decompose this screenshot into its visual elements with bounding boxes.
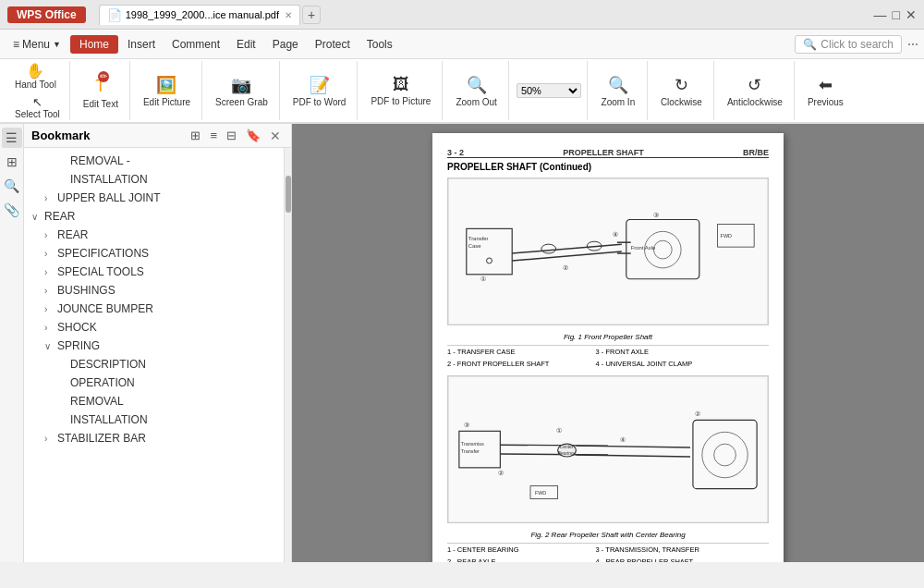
svg-text:④: ④: [620, 436, 626, 443]
fig2-label-3: 3 - TRANSMISSION, TRANSFER: [596, 545, 741, 554]
bookmark-item-label: SHOCK: [57, 321, 276, 334]
maximize-icon[interactable]: □: [893, 7, 900, 22]
menu-toggle[interactable]: ≡ Menu ▼: [6, 35, 68, 54]
edit-picture-button[interactable]: 🖼️ Edit Picture: [138, 72, 196, 110]
anticlockwise-button[interactable]: ↺ Anticlockwise: [722, 72, 788, 110]
bookmark-close-button[interactable]: ✕: [267, 129, 284, 143]
bookmark-chevron-icon: ›: [44, 323, 57, 333]
bookmark-item[interactable]: ›SPECIAL TOOLS: [24, 263, 284, 281]
home-menu-item[interactable]: Home: [70, 35, 118, 54]
panel-icon-thumbnail[interactable]: ⊞: [2, 152, 22, 172]
zoom-in-button[interactable]: 🔍 Zoom In: [595, 72, 641, 110]
tab-label: 1998_1999_2000...ice manual.pdf: [126, 9, 279, 20]
screen-grab-icon: 📷: [231, 75, 251, 95]
anticlockwise-icon: ↺: [748, 75, 761, 95]
svg-text:①: ①: [556, 427, 562, 434]
page-menu-item[interactable]: Page: [265, 35, 306, 54]
bookmark-item[interactable]: ›STABILIZER BAR: [24, 429, 284, 447]
svg-text:Front Axle: Front Axle: [631, 245, 656, 251]
panel-icon-search[interactable]: 🔍: [2, 176, 22, 196]
bookmark-item[interactable]: INSTALLATION: [24, 170, 284, 189]
minimize-icon[interactable]: —: [874, 7, 887, 22]
tool-group-screen-grab: 📷 Screen Grab: [204, 61, 280, 120]
bookmark-item[interactable]: OPERATION: [24, 374, 284, 392]
tool-group-zoom-select: 50% 75% 100% 150%: [511, 61, 588, 120]
previous-icon: ⬅: [819, 75, 833, 95]
fig2-labels: 1 - CENTER BEARING 3 - TRANSMISSION, TRA…: [447, 543, 769, 562]
cursor-icon: ↖: [32, 95, 43, 109]
pdf-tab[interactable]: 📄 1998_1999_2000...ice manual.pdf ✕: [99, 5, 300, 25]
edit-text-icon: T ✏: [95, 73, 105, 97]
pdf-viewer[interactable]: 3 - 2 PROPELLER SHAFT BR/BE PROPELLER SH…: [292, 124, 924, 562]
fig1-caption: Fig. 1 Front Propeller Shaft: [447, 333, 769, 341]
select-tool-button[interactable]: ↖ Select Tool: [11, 93, 64, 121]
bookmark-item[interactable]: ›SHOCK: [24, 318, 284, 337]
bookmark-view-icon-1[interactable]: ⊞: [188, 128, 203, 143]
bookmark-item[interactable]: ∨SPRING: [24, 337, 284, 355]
fig1-label-1: 1 - TRANSFER CASE: [447, 348, 592, 356]
panel-icon-bookmark[interactable]: ☰: [2, 128, 22, 148]
pdf-word-icon: 📝: [310, 75, 330, 95]
edit-text-button[interactable]: T ✏ Edit Text: [78, 70, 124, 112]
svg-text:②: ②: [498, 470, 504, 476]
bookmark-view-icon-3[interactable]: ⊟: [224, 128, 239, 143]
bookmark-chevron-icon: ∨: [44, 341, 57, 351]
tab-close-icon[interactable]: ✕: [285, 10, 292, 20]
fig1-label-4: 4 - UNIVERSAL JOINT CLAMP: [596, 360, 741, 368]
tool-group-pdf-word: 📝 PDF to Word: [282, 61, 359, 120]
bookmark-scrollbar[interactable]: [284, 148, 291, 562]
bookmark-header-icons: ⊞ ≡ ⊟ 🔖: [188, 128, 263, 143]
panel-icon-annotation[interactable]: 📎: [2, 200, 22, 220]
bookmark-item-label: REAR: [57, 228, 276, 241]
zoom-percent-select[interactable]: 50% 75% 100% 150%: [517, 83, 581, 98]
search-box[interactable]: 🔍 Click to search: [795, 35, 902, 54]
bookmark-chevron-icon: ∨: [31, 212, 44, 222]
bookmark-item[interactable]: ›JOUNCE BUMPER: [24, 300, 284, 318]
bookmark-item[interactable]: REMOVAL: [24, 392, 284, 410]
bookmark-item[interactable]: REMOVAL -: [24, 152, 284, 170]
insert-menu-item[interactable]: Insert: [120, 35, 163, 54]
fig2-label-2: 2 - REAR AXLE: [447, 557, 592, 562]
hand-tool-button[interactable]: ✋ Hand Tool: [11, 60, 60, 92]
pdf-to-picture-button[interactable]: 🖼 PDF to Picture: [365, 72, 436, 109]
fig1-labels: 1 - TRANSFER CASE 3 - FRONT AXLE 2 - FRO…: [447, 345, 769, 368]
zoom-in-icon: 🔍: [608, 75, 628, 95]
svg-text:Transfer: Transfer: [468, 236, 489, 241]
menu-bar: ≡ Menu ▼ Home Insert Comment Edit Page P…: [0, 30, 924, 59]
bookmark-item[interactable]: ∨REAR: [24, 207, 284, 226]
add-tab-button[interactable]: +: [302, 6, 321, 24]
bookmark-item[interactable]: DESCRIPTION: [24, 355, 284, 374]
pdf-section-title: PROPELLER SHAFT: [563, 148, 644, 157]
menu-chevron-icon: ▼: [53, 40, 61, 49]
left-panel: ☰ ⊞ 🔍 📎: [0, 124, 24, 562]
bookmark-view-icon-4[interactable]: 🔖: [243, 128, 263, 143]
comment-menu-item[interactable]: Comment: [164, 35, 227, 54]
svg-text:④: ④: [613, 231, 618, 238]
bookmark-item[interactable]: INSTALLATION: [24, 410, 284, 429]
previous-button[interactable]: ⬅ Previous: [802, 72, 849, 110]
screen-grab-button[interactable]: 📷 Screen Grab: [210, 72, 274, 110]
zoom-out-button[interactable]: 🔍 Zoom Out: [450, 72, 502, 110]
bookmark-item[interactable]: ›SPECIFICATIONS: [24, 244, 284, 263]
svg-text:②: ②: [563, 264, 568, 271]
clockwise-button[interactable]: ↻ Clockwise: [655, 72, 708, 110]
edit-menu-item[interactable]: Edit: [229, 35, 263, 54]
bookmark-item[interactable]: ›REAR: [24, 226, 284, 244]
tools-menu-item[interactable]: Tools: [359, 35, 400, 54]
bookmark-item[interactable]: ›BUSHINGS: [24, 281, 284, 300]
wps-logo[interactable]: WPS Office: [7, 6, 86, 23]
close-icon[interactable]: ✕: [906, 7, 917, 22]
bookmark-item-label: REMOVAL -: [70, 154, 276, 167]
svg-text:FWD: FWD: [535, 491, 546, 496]
more-options-icon[interactable]: ⋯: [907, 38, 918, 51]
svg-rect-0: [448, 178, 768, 325]
pdf-to-word-button[interactable]: 📝 PDF to Word: [287, 72, 352, 110]
pdf-picture-icon: 🖼: [393, 75, 409, 94]
edit-picture-icon: 🖼️: [156, 75, 176, 95]
bookmark-item[interactable]: ›UPPER BALL JOINT: [24, 189, 284, 207]
protect-menu-item[interactable]: Protect: [308, 35, 358, 54]
fig2-label-4: 4 - REAR PROPELLER SHAFT: [596, 557, 741, 562]
bookmark-view-icon-2[interactable]: ≡: [207, 128, 220, 143]
title-bar: WPS Office 📄 1998_1999_2000...ice manual…: [0, 0, 924, 30]
bookmark-header: Bookmark ⊞ ≡ ⊟ 🔖 ✕: [24, 124, 291, 148]
